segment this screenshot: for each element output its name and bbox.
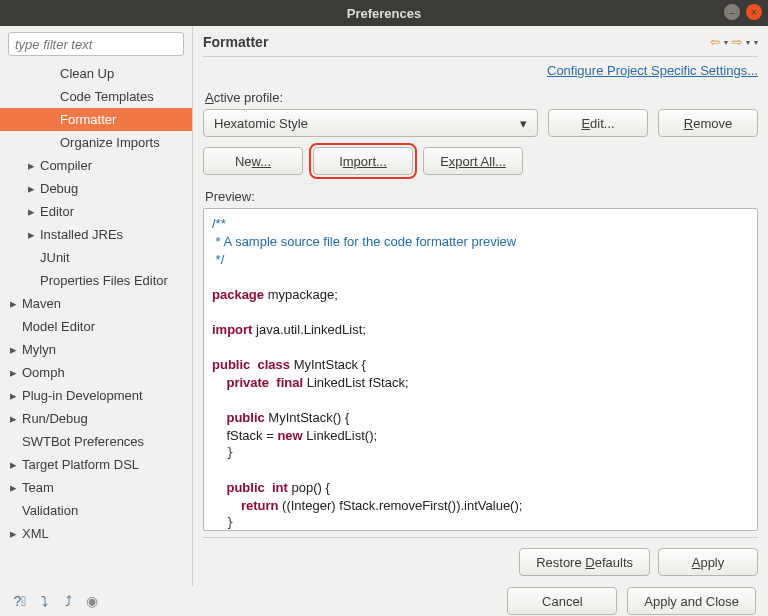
tree-item-label: Compiler — [40, 158, 92, 173]
expand-icon[interactable]: ▸ — [10, 457, 22, 472]
export-all-button[interactable]: Export All... — [423, 147, 523, 175]
filter-input[interactable] — [8, 32, 184, 56]
preview-label: Preview: — [205, 189, 756, 204]
profile-select[interactable]: Hexatomic Style ▾ — [203, 109, 538, 137]
apply-button[interactable]: Apply — [658, 548, 758, 576]
tree-item[interactable]: ▸Team — [0, 476, 192, 499]
nav-forward-icon[interactable]: ⇨ — [732, 35, 742, 49]
tree-item[interactable]: Model Editor — [0, 315, 192, 338]
tree-item[interactable]: ▸Plug-in Development — [0, 384, 192, 407]
tree-item[interactable]: SWTBot Preferences — [0, 430, 192, 453]
expand-icon[interactable]: ▸ — [10, 296, 22, 311]
tree-item-label: Maven — [22, 296, 61, 311]
tree-item-label: Mylyn — [22, 342, 56, 357]
profile-value: Hexatomic Style — [214, 116, 308, 131]
tree-item[interactable]: ▸Mylyn — [0, 338, 192, 361]
tree-item[interactable]: Properties Files Editor — [0, 269, 192, 292]
preview-editor: /** * A sample source file for the code … — [203, 208, 758, 531]
page-title: Formatter — [203, 34, 268, 50]
help-icon[interactable]: ?⃝ — [12, 593, 28, 609]
tree-item-label: Target Platform DSL — [22, 457, 139, 472]
expand-icon[interactable]: ▸ — [10, 411, 22, 426]
tree-item[interactable]: JUnit — [0, 246, 192, 269]
tree-item[interactable]: ▸Installed JREs — [0, 223, 192, 246]
record-icon[interactable]: ◉ — [84, 593, 100, 609]
import-button[interactable]: Import... — [313, 147, 413, 175]
tree-item[interactable]: ▸Oomph — [0, 361, 192, 384]
title-bar: Preferences – × — [0, 0, 768, 26]
tree-item-label: Formatter — [60, 112, 116, 127]
tree-item-label: Organize Imports — [60, 135, 160, 150]
tree-item-label: Properties Files Editor — [40, 273, 168, 288]
tree-item-label: Debug — [40, 181, 78, 196]
new-button[interactable]: New... — [203, 147, 303, 175]
expand-icon[interactable]: ▸ — [28, 181, 40, 196]
tree-item-label: Editor — [40, 204, 74, 219]
preferences-tree[interactable]: Clean UpCode TemplatesFormatterOrganize … — [0, 62, 192, 586]
tree-item-label: XML — [22, 526, 49, 541]
tree-item-label: Model Editor — [22, 319, 95, 334]
tree-item-label: Plug-in Development — [22, 388, 143, 403]
tree-item[interactable]: ▸Editor — [0, 200, 192, 223]
configure-project-link[interactable]: Configure Project Specific Settings... — [547, 63, 758, 78]
window-title: Preferences — [347, 6, 421, 21]
tree-item[interactable]: ▸XML — [0, 522, 192, 545]
nav-history-icons: ⇦▾ ⇨▾ ▾ — [710, 35, 758, 49]
expand-icon[interactable]: ▸ — [28, 204, 40, 219]
preferences-tree-panel: Clean UpCode TemplatesFormatterOrganize … — [0, 26, 193, 586]
tree-item[interactable]: ▸Target Platform DSL — [0, 453, 192, 476]
cancel-button[interactable]: Cancel — [507, 587, 617, 615]
nav-back-icon[interactable]: ⇦ — [710, 35, 720, 49]
tree-item-label: Installed JREs — [40, 227, 123, 242]
tree-item[interactable]: Validation — [0, 499, 192, 522]
remove-button[interactable]: Remove — [658, 109, 758, 137]
tree-item[interactable]: ▸Compiler — [0, 154, 192, 177]
active-profile-label: Active profile: — [205, 90, 756, 105]
close-icon[interactable]: × — [746, 4, 762, 20]
expand-icon[interactable]: ▸ — [28, 227, 40, 242]
expand-icon[interactable]: ▸ — [10, 342, 22, 357]
tree-item[interactable]: Code Templates — [0, 85, 192, 108]
tree-item-label: Validation — [22, 503, 78, 518]
import-prefs-icon[interactable]: ⤵ — [36, 593, 52, 609]
expand-icon[interactable]: ▸ — [10, 365, 22, 380]
tree-item[interactable]: Formatter — [0, 108, 192, 131]
tree-item-label: Run/Debug — [22, 411, 88, 426]
expand-icon[interactable]: ▸ — [28, 158, 40, 173]
tree-item-label: Clean Up — [60, 66, 114, 81]
tree-item[interactable]: Clean Up — [0, 62, 192, 85]
restore-defaults-button[interactable]: Restore Defaults — [519, 548, 650, 576]
tree-item-label: Oomph — [22, 365, 65, 380]
tree-item-label: Code Templates — [60, 89, 154, 104]
chevron-down-icon: ▾ — [520, 116, 527, 131]
edit-button[interactable]: Edit... — [548, 109, 648, 137]
tree-item[interactable]: ▸Debug — [0, 177, 192, 200]
tree-item[interactable]: Organize Imports — [0, 131, 192, 154]
tree-item-label: SWTBot Preferences — [22, 434, 144, 449]
menu-caret-icon[interactable]: ▾ — [754, 38, 758, 47]
export-prefs-icon[interactable]: ⤴ — [60, 593, 76, 609]
expand-icon[interactable]: ▸ — [10, 526, 22, 541]
tree-item-label: JUnit — [40, 250, 70, 265]
minimize-icon[interactable]: – — [724, 4, 740, 20]
tree-item-label: Team — [22, 480, 54, 495]
apply-and-close-button[interactable]: Apply and Close — [627, 587, 756, 615]
expand-icon[interactable]: ▸ — [10, 388, 22, 403]
expand-icon[interactable]: ▸ — [10, 480, 22, 495]
tree-item[interactable]: ▸Maven — [0, 292, 192, 315]
tree-item[interactable]: ▸Run/Debug — [0, 407, 192, 430]
